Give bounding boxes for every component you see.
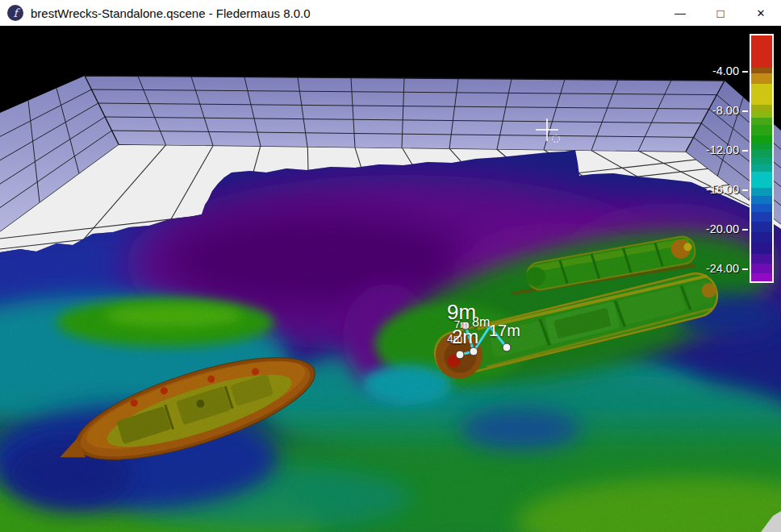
fledermaus-window: f brestWrecks-Standalone.qscene - Fleder… [0,0,781,532]
close-button[interactable]: ✕ [741,0,781,26]
colorbar-band [751,273,772,281]
measurement-node[interactable] [456,351,464,359]
colorbar-band [751,164,772,172]
colorbar-tick-label: -16.00 [689,183,739,196]
measurement-node[interactable] [470,347,478,355]
colorbar-band [751,222,772,232]
colorbar-tick-mark [742,110,748,112]
colorbar-band [751,204,772,212]
colorbar-tick-label: -4.00 [689,64,739,77]
colorbar-band [751,172,772,188]
colorbar-tick-label: -20.00 [689,222,739,235]
measurement-node[interactable] [503,343,511,351]
colorbar-tick-label: -8.00 [689,104,739,117]
colorbar-band [751,118,772,125]
window-controls: — □ ✕ [660,0,781,26]
colorbar-band [751,105,772,111]
measurement-label-17m: 17m [489,322,520,339]
back-wall [85,76,725,152]
colorbar-band [751,157,772,164]
colorbar-band [751,196,772,204]
colorbar-band [751,243,772,254]
colorbar-band [751,73,772,84]
minimize-button[interactable]: — [660,0,700,26]
colorbar-band [751,232,772,243]
window-title: brestWrecks-Standalone.qscene - Flederma… [31,6,311,20]
colorbar-band [751,188,772,196]
colorbar-band [751,125,772,135]
colorbar-band [751,143,772,149]
measurement-label-2m: 2m [452,327,478,347]
colorbar-band [751,149,772,157]
scene-canvas[interactable] [0,26,781,532]
colorbar-tick-mark [742,150,748,152]
colorbar-tick-mark [742,268,748,270]
colorbar-tick-label: -24.00 [689,262,739,275]
colorbar-band [751,111,772,118]
colorbar-band [751,84,772,105]
colorbar-band [751,35,772,68]
colorbar-tick-mark [742,229,748,231]
colorbar-band [751,264,772,273]
app-icon: f [7,5,23,21]
maximize-button[interactable]: □ [700,0,741,26]
scene-viewport[interactable]: 9m 7m 8m 17m 4m 2m -4.00 -8.00 -12.00 -1… [0,26,781,532]
colorbar-tick-label: -12.00 [689,143,739,156]
colorbar-band [751,212,772,222]
colorbar-band [751,254,772,264]
colorbar-band [751,135,772,143]
colorbar-tick-mark [742,71,748,73]
colorbar-band [751,68,772,73]
colorbar-tick-mark [742,189,748,191]
colorbar-bands [750,34,774,283]
titlebar[interactable]: f brestWrecks-Standalone.qscene - Fleder… [0,0,781,26]
